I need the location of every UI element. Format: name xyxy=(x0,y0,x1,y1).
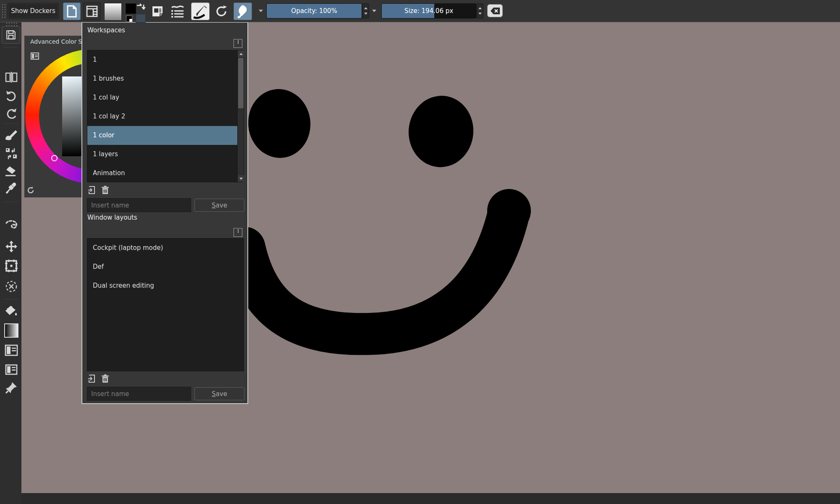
spin-down-icon[interactable] xyxy=(478,13,482,15)
brush-option-slider-button[interactable] xyxy=(168,3,187,19)
workspaces-popup: Workspaces 1 1 brushes 1 col lay 1 col l… xyxy=(81,22,248,404)
docker-panel-button-a[interactable] xyxy=(4,343,18,357)
size-slider-label: Size: 194.06 px xyxy=(382,4,476,18)
undo-button[interactable] xyxy=(4,89,18,103)
gradient-icon xyxy=(4,323,18,338)
workspace-item[interactable]: 1 col lay xyxy=(87,88,244,107)
eraser-icon xyxy=(5,165,18,176)
workspace-name-input[interactable] xyxy=(87,198,191,212)
deselect-tool[interactable] xyxy=(4,279,18,294)
size-slider[interactable]: Size: 194.06 px xyxy=(381,3,476,18)
opacity-slider-label: Opacity: 100% xyxy=(267,4,362,18)
show-dockers-button[interactable]: Show Dockers xyxy=(8,3,59,19)
spin-up-icon[interactable] xyxy=(478,7,482,9)
refresh-icon[interactable] xyxy=(26,186,35,194)
gradient-tool[interactable] xyxy=(4,323,18,338)
brush-preset-button[interactable] xyxy=(234,3,252,20)
left-toolbar xyxy=(0,22,21,504)
workspace-item-selected[interactable]: 1 color xyxy=(87,126,244,145)
size-spinner[interactable] xyxy=(476,3,483,18)
deselect-icon xyxy=(5,280,18,293)
window-layout-item[interactable]: Def xyxy=(87,257,244,276)
eyedropper-icon xyxy=(5,181,17,194)
swap-icon xyxy=(5,147,18,160)
window-layout-item[interactable]: Cockpit (laptop mode) xyxy=(87,239,244,257)
move-tool[interactable] xyxy=(4,239,18,254)
workspaces-options-icon[interactable] xyxy=(234,39,242,48)
workspace-item[interactable]: 1 col lay 2 xyxy=(87,107,244,126)
fill-tool[interactable] xyxy=(4,304,18,318)
color-sampler-tool[interactable] xyxy=(4,181,18,195)
transform-icon xyxy=(4,259,18,273)
save-button[interactable] xyxy=(2,26,20,44)
workspace-item[interactable]: 1 xyxy=(87,50,244,69)
delete-window-layout-icon[interactable] xyxy=(101,374,109,383)
swap-colors-icon[interactable] xyxy=(135,2,145,11)
clear-all-flags-button[interactable] xyxy=(487,4,503,17)
docker-panel-button-b[interactable] xyxy=(4,362,18,377)
opacity-slider[interactable]: Opacity: 100% xyxy=(266,3,362,18)
gradient-chooser[interactable] xyxy=(104,3,122,21)
spin-up-icon[interactable] xyxy=(364,7,368,9)
import-window-layout-icon[interactable] xyxy=(88,374,97,383)
redo-icon xyxy=(5,108,18,119)
mirror-view-button[interactable] xyxy=(4,70,18,84)
reload-preset-button[interactable] xyxy=(213,3,230,19)
delete-workspace-icon[interactable] xyxy=(101,186,109,194)
eraser-tool[interactable] xyxy=(4,164,18,178)
application-window: Advanced Color Se Workspaces 1 1 brushes… xyxy=(0,0,840,504)
outline-selection-tool[interactable] xyxy=(4,219,18,234)
edit-brush-settings-button[interactable] xyxy=(191,3,210,20)
pin-dockers-button[interactable] xyxy=(4,381,18,395)
workspace-item[interactable]: Animation xyxy=(87,164,244,183)
docker-title: Advanced Color Se xyxy=(30,38,86,45)
foreground-color-swatch[interactable] xyxy=(126,3,136,14)
brush-option-lines-icon xyxy=(170,5,185,18)
move-icon xyxy=(5,240,18,253)
main-toolbar: Show Dockers xyxy=(0,0,840,22)
window-layouts-list: Cockpit (laptop mode) Def Dual screen ed… xyxy=(87,238,244,371)
workspaces-scrollbar[interactable] xyxy=(237,50,244,182)
lasso-icon xyxy=(5,220,18,233)
opacity-spinner[interactable] xyxy=(362,3,369,18)
foreground-background-colors[interactable] xyxy=(124,2,146,21)
transform-tool[interactable] xyxy=(4,259,18,273)
choose-workspace-button[interactable] xyxy=(63,3,81,20)
window-layouts-title: Window layouts xyxy=(87,214,137,221)
fill-bucket-icon xyxy=(5,305,18,318)
spin-down-icon[interactable] xyxy=(364,13,368,15)
save-workspace-button[interactable]: Save xyxy=(194,199,244,212)
workspace-item[interactable]: 1 layers xyxy=(87,145,244,164)
pen-icon xyxy=(193,4,208,19)
import-workspace-icon[interactable] xyxy=(88,186,97,194)
window-layout-icon xyxy=(86,5,98,17)
swap-tool[interactable] xyxy=(4,147,18,161)
background-color-swatch[interactable] xyxy=(136,14,146,23)
scrollbar-thumb[interactable] xyxy=(238,58,244,108)
backspace-icon xyxy=(490,7,500,15)
redo-button[interactable] xyxy=(4,106,18,121)
workspaces-title: Workspaces xyxy=(87,26,125,34)
reload-icon xyxy=(215,5,228,18)
panel-options-button[interactable] xyxy=(150,3,165,19)
opacity-dropdown-caret[interactable] xyxy=(372,10,376,12)
workspace-page-icon xyxy=(66,5,77,18)
scroll-down-icon[interactable] xyxy=(238,175,244,182)
window-layout-item[interactable]: Dual screen editing xyxy=(87,276,244,295)
color-cursor[interactable] xyxy=(51,155,58,161)
docker-settings-icon[interactable] xyxy=(31,52,39,60)
freehand-brush-tool[interactable] xyxy=(4,128,18,142)
scroll-up-icon[interactable] xyxy=(238,50,244,57)
workspace-item[interactable]: 1 brushes xyxy=(87,69,244,88)
save-window-layout-button[interactable]: Save xyxy=(194,387,244,400)
window-layout-button[interactable] xyxy=(83,3,101,20)
preset-dropdown-caret[interactable] xyxy=(259,10,263,12)
brush-preset-icon xyxy=(236,4,249,18)
reset-colors-icon[interactable] xyxy=(126,16,132,22)
save-floppy-icon xyxy=(5,29,16,40)
window-layout-name-input[interactable] xyxy=(87,387,191,401)
panel-options-icon xyxy=(151,5,164,18)
toolbar-grip[interactable] xyxy=(1,3,6,18)
window-layouts-options-icon[interactable] xyxy=(234,228,242,237)
docker-panel-icon xyxy=(5,364,18,375)
